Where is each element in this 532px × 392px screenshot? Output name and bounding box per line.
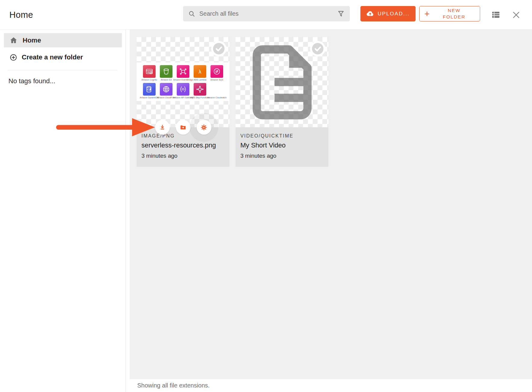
move-to-folder-button[interactable] — [176, 120, 191, 135]
new-folder-line1: NEW — [448, 8, 461, 13]
new-folder-button-label: NEW FOLDER — [431, 8, 480, 20]
top-bar: Home UPLOAD... + NEW FOLDER — [0, 0, 532, 30]
list-view-toggle-button[interactable] — [491, 10, 501, 20]
download-icon — [161, 125, 164, 129]
status-text: Showing all file extensions. — [137, 382, 210, 389]
file-card-serverless-resources[interactable]: Amazon CognitoAmazon S3Amazon EventBridg… — [137, 37, 230, 167]
no-tags-text: No tags found... — [8, 77, 55, 85]
aws-service-icon-cell: Amazon EventBridge — [175, 65, 192, 81]
new-folder-button[interactable]: + NEW FOLDER — [419, 6, 480, 21]
aws-service-icon-cell: Amazon Cloudwatch — [208, 83, 225, 99]
file-name: My Short Video — [240, 141, 323, 149]
create-folder-label: Create a new folder — [22, 53, 83, 61]
aws-service-label: AWS Lambda — [194, 79, 207, 81]
aws-icon-row-2: Amazon DynamoDBAmazon CloudFrontAmazon A… — [137, 83, 230, 99]
aws-service-label: Amazon SQS — [211, 79, 223, 81]
file-kind: VIDEO/QUICKTIME — [240, 133, 323, 139]
cloud-upload-icon — [366, 10, 374, 18]
aws-service-label: Amazon S3 — [161, 79, 172, 81]
file-time: 3 minutes ago — [141, 153, 224, 159]
select-check-badge[interactable] — [211, 41, 226, 56]
circle-plus-icon — [9, 53, 17, 62]
upload-button[interactable]: UPLOAD... — [360, 6, 416, 21]
missing-icon — [211, 83, 223, 96]
page-title: Home — [9, 10, 33, 20]
upload-button-label: UPLOAD... — [378, 11, 410, 17]
settings-button[interactable] — [197, 120, 211, 135]
file-thumbnail-placeholder[interactable] — [236, 37, 328, 127]
file-name: serverless-resources.png — [141, 141, 224, 149]
aws-service-icon-cell: AWS Step Functions — [192, 83, 208, 99]
aws-service-label: Amazon DynamoDB — [140, 96, 159, 99]
file-card-my-short-video[interactable]: VIDEO/QUICKTIME My Short Video 3 minutes… — [236, 37, 328, 167]
aws-service-label: Amazon Cloudwatch — [207, 96, 226, 99]
sidebar-item-home[interactable]: Home — [4, 33, 122, 47]
eventbridge-icon — [177, 65, 189, 78]
search-input[interactable] — [199, 10, 333, 17]
file-thumbnail-image[interactable]: Amazon CognitoAmazon S3Amazon EventBridg… — [137, 37, 230, 127]
download-button[interactable] — [155, 120, 170, 135]
apigateway-icon — [177, 83, 189, 96]
aws-service-label: Amazon Cognito — [141, 79, 157, 81]
home-icon — [9, 36, 18, 45]
svg-text:λ: λ — [198, 68, 201, 74]
s3-icon — [160, 65, 173, 78]
filter-icon[interactable] — [337, 10, 345, 18]
status-bar: Showing all file extensions. — [130, 379, 532, 392]
aws-service-icon-cell: Amazon Cognito — [141, 65, 158, 81]
plus-icon: + — [424, 9, 430, 18]
aws-service-label: AWS Step Functions — [190, 96, 210, 99]
aws-icon-row-1: Amazon CognitoAmazon S3Amazon EventBridg… — [137, 65, 230, 81]
file-manager-window: Home UPLOAD... + NEW FOLDER — [0, 0, 532, 392]
aws-service-icon-cell: Amazon API Gateway — [175, 83, 192, 99]
thumbnail-content: Amazon CognitoAmazon S3Amazon EventBridg… — [137, 62, 230, 101]
lambda-icon: λ — [194, 65, 206, 78]
search-icon — [188, 10, 196, 18]
sidebar: Home Create a new folder No tags found..… — [0, 30, 126, 392]
new-folder-line2: FOLDER — [443, 14, 465, 19]
select-check-badge[interactable] — [310, 41, 325, 56]
aws-service-icon-cell: Amazon CloudFront — [158, 83, 175, 99]
cloudfront-icon — [160, 83, 173, 96]
file-time: 3 minutes ago — [240, 153, 323, 159]
folder-move-icon — [179, 124, 187, 131]
dynamodb-icon — [143, 83, 156, 96]
aws-service-label: Amazon EventBridge — [173, 79, 193, 81]
sidebar-create-folder[interactable]: Create a new folder — [4, 51, 122, 64]
gear-icon — [200, 124, 207, 131]
sidebar-divider — [8, 70, 117, 70]
stepfunctions-icon — [194, 83, 206, 96]
aws-service-icon-cell: Amazon DynamoDB — [141, 83, 158, 99]
aws-service-icon-cell: Amazon S3 — [158, 65, 175, 81]
sidebar-home-label: Home — [23, 36, 41, 44]
search-box[interactable] — [183, 6, 350, 21]
cognito-icon — [143, 65, 156, 78]
file-meta: VIDEO/QUICKTIME My Short Video 3 minutes… — [236, 127, 328, 167]
close-icon[interactable] — [511, 10, 521, 20]
sqs-icon — [211, 65, 223, 78]
aws-service-icon-cell: Amazon SQS — [208, 65, 225, 81]
aws-service-icon-cell: λAWS Lambda — [192, 65, 208, 81]
file-grid-area: Amazon CognitoAmazon S3Amazon EventBridg… — [130, 30, 532, 379]
